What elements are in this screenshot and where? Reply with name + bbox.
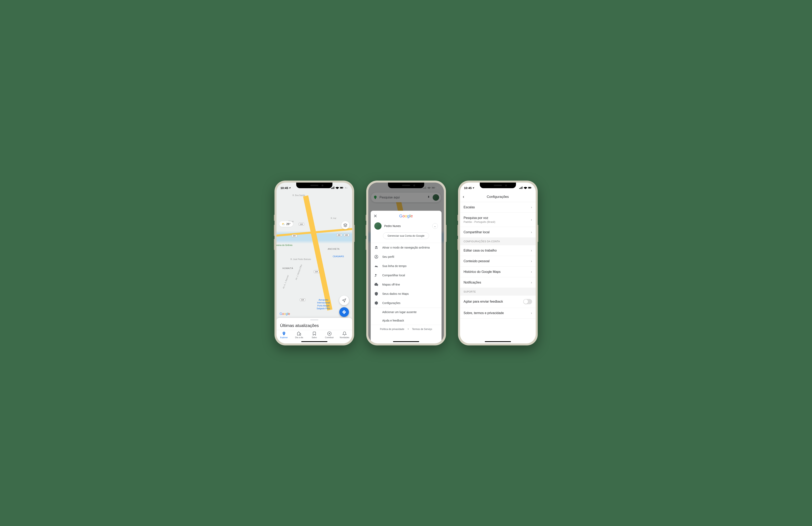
svg-rect-23	[521, 187, 522, 189]
status-time: 10:45	[464, 186, 475, 190]
directions-button[interactable]	[339, 307, 349, 317]
menu-timeline[interactable]: Sua linha do tempo	[371, 261, 441, 271]
menu-offline[interactable]: Mapas off-line	[371, 280, 441, 289]
chevron-down-icon[interactable]: ⌄	[432, 223, 438, 229]
my-location-button[interactable]	[339, 296, 349, 305]
chevron-right-icon: ›	[531, 281, 532, 284]
map-street: Av. A. J. Renner	[282, 275, 289, 289]
settings-label: Notificações	[464, 281, 531, 284]
settings-row[interactable]: Pesquisa por vozPadrão - Português (Bras…	[460, 213, 536, 227]
menu-your-data[interactable]: Seus dados no Maps	[371, 289, 441, 298]
settings-label: Pesquisa por voz	[464, 216, 531, 220]
section-header: CONFIGURAÇÕES DA CONTA	[460, 238, 536, 245]
svg-rect-12	[425, 186, 426, 189]
bottom-sheet[interactable]: Últimas atualizações Explorar Dia a dia …	[276, 318, 352, 343]
tab-saved[interactable]: Salvo	[307, 331, 322, 339]
home-indicator[interactable]	[301, 341, 328, 342]
svg-rect-0	[331, 188, 332, 189]
map-poi[interactable]: Aeroporto Internacional Porto Alegre Sal…	[317, 298, 330, 310]
page-title: Configurações	[463, 195, 533, 199]
settings-row[interactable]: Editar casa ou trabalho›	[460, 245, 536, 256]
tab-explore[interactable]: Explorar	[276, 331, 292, 339]
layers-button[interactable]	[341, 221, 349, 229]
map-street: R. Iraí	[331, 217, 336, 220]
chevron-right-icon: ›	[531, 218, 532, 222]
menu-profile[interactable]: Seu perfil	[371, 252, 441, 261]
toggle-switch[interactable]	[523, 299, 532, 304]
settings-row[interactable]: Sobre, termos e privacidade›	[460, 308, 536, 318]
settings-row[interactable]: Conteúdo pessoal›	[460, 256, 536, 267]
chevron-right-icon: ›	[531, 311, 532, 315]
status-icons	[519, 186, 532, 189]
settings-label: Agitar para enviar feedback	[464, 300, 523, 303]
home-indicator[interactable]	[393, 341, 419, 342]
svg-rect-21	[519, 188, 520, 189]
privacy-link[interactable]: Política de privacidade	[380, 328, 404, 331]
tab-updates[interactable]: Novidades	[337, 331, 352, 339]
chevron-right-icon: ›	[531, 259, 532, 263]
settings-label: Histórico do Google Maps	[464, 270, 531, 274]
sheet-title: Últimas atualizações	[276, 322, 352, 330]
settings-label: Conteúdo pessoal	[464, 259, 531, 263]
map-street: R. José Pedro Boéssio	[291, 258, 311, 260]
settings-row[interactable]: Escalas›	[460, 202, 536, 213]
settings-list[interactable]: Escalas›Pesquisa por vozPadrão - Portugu…	[460, 202, 536, 318]
map-label: ANCHIETA	[328, 248, 340, 250]
map-poi[interactable]: CEASA/RS	[333, 255, 344, 258]
section-header: SUPORTE	[460, 288, 536, 296]
settings-label: Escalas	[464, 206, 531, 209]
tab-commute[interactable]: Dia a dia	[292, 331, 307, 339]
svg-rect-22	[520, 187, 521, 189]
svg-rect-14	[432, 187, 434, 189]
svg-point-18	[375, 274, 377, 275]
status-icons: N ↑	[423, 186, 440, 189]
settings-row[interactable]: Compartilhar local›	[460, 227, 536, 238]
menu-help[interactable]: Ajuda e feedback	[371, 316, 441, 325]
tab-contribute[interactable]: Contribuir	[322, 331, 337, 339]
svg-rect-3	[334, 186, 334, 189]
menu-settings[interactable]: Configurações	[371, 298, 441, 307]
settings-label: Compartilhar local	[464, 230, 531, 234]
chevron-right-icon: ›	[531, 206, 532, 209]
menu-share-location[interactable]: Compartilhar local	[371, 271, 441, 280]
map-label: HUMAITÁ	[282, 267, 293, 269]
svg-rect-24	[522, 186, 522, 189]
settings-row[interactable]: Notificações›	[460, 277, 536, 288]
svg-rect-6	[343, 187, 343, 188]
home-indicator[interactable]	[485, 341, 511, 342]
map-street: R. Boa Saúde	[293, 194, 305, 196]
settings-row[interactable]: Agitar para enviar feedback	[460, 296, 536, 308]
svg-rect-15	[435, 187, 435, 188]
google-logo: Google	[399, 213, 413, 218]
google-watermark: Google	[280, 312, 290, 316]
nav-header: ‹ Configurações	[460, 192, 536, 202]
search-bar: Pesquise aqui	[371, 193, 441, 202]
menu-add-place[interactable]: Adicionar um lugar ausente	[371, 308, 441, 316]
account-row[interactable]: Pedro Nunes ⌄	[371, 221, 441, 232]
close-icon[interactable]: ✕	[374, 213, 377, 219]
status-time: 10:45	[280, 186, 291, 190]
chevron-right-icon: ›	[531, 230, 532, 234]
svg-rect-2	[333, 187, 333, 189]
svg-rect-1	[332, 187, 332, 189]
chevron-right-icon: ›	[531, 249, 532, 252]
svg-rect-10	[424, 187, 424, 189]
avatar	[374, 222, 381, 230]
menu-incognito[interactable]: Ativar o modo de navegação anônima	[371, 243, 441, 252]
status-icons: N ↑	[331, 186, 348, 189]
weather-chip[interactable]: ⛅ 26°	[279, 221, 293, 227]
settings-label: Editar casa ou trabalho	[464, 249, 531, 252]
map-poi[interactable]: Arena do Grêmio	[276, 244, 293, 246]
terms-link[interactable]: Termos de Serviço	[412, 328, 432, 331]
user-name: Pedro Nunes	[385, 224, 430, 228]
sheet-handle[interactable]	[310, 319, 318, 320]
svg-rect-11	[425, 187, 425, 189]
svg-point-17	[376, 256, 377, 257]
svg-rect-26	[528, 187, 531, 189]
svg-point-19	[376, 294, 377, 294]
account-footer: Política de privacidade • Termos de Serv…	[371, 325, 441, 333]
settings-row[interactable]: Histórico do Google Maps›	[460, 267, 536, 277]
manage-account-button[interactable]: Gerenciar sua Conta do Google	[383, 232, 429, 239]
account-sheet: ✕ Google Pedro Nunes ⌄ Gerenciar sua Con…	[371, 211, 441, 343]
settings-label: Sobre, termos e privacidade	[464, 311, 531, 315]
